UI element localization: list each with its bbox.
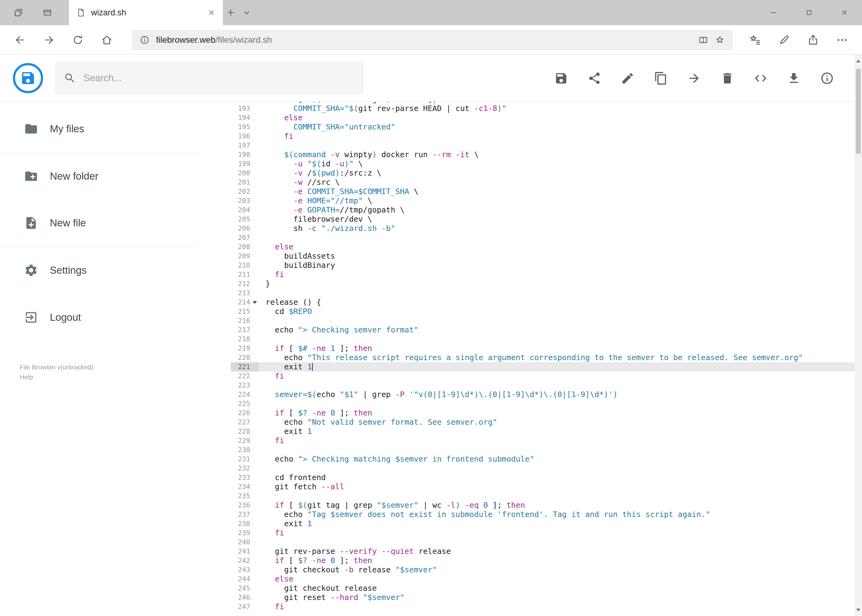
search-input[interactable] [84, 72, 355, 84]
code-line-198[interactable]: 198 $(command -v winpty) docker run --rm… [231, 150, 862, 159]
code-line-235[interactable]: 235 [231, 492, 862, 501]
help-link[interactable]: Help [20, 372, 33, 382]
code-line-213[interactable]: 213 [231, 289, 862, 298]
search-bar[interactable] [55, 62, 363, 94]
code-line-245[interactable]: 245 git checkout release [231, 584, 862, 593]
scroll-down-arrow[interactable] [855, 604, 862, 616]
code-line-226[interactable]: 226 if [ $? -ne 0 ]; then [231, 409, 862, 418]
code-line-218[interactable]: 218 [231, 335, 862, 344]
code-line-193[interactable]: 193 COMMIT_SHA="$(git rev-parse HEAD | c… [231, 104, 862, 113]
home-button[interactable] [92, 27, 121, 53]
set-tabs-aside-button[interactable] [11, 0, 27, 25]
address-bar[interactable]: filebrowser.web/files/wizard.sh [132, 30, 732, 50]
code-line-237[interactable]: 237 echo "Tag $semver does not exist in … [231, 510, 862, 519]
back-button[interactable] [6, 27, 35, 53]
code-line-205[interactable]: 205 filebrowser/dev \ [231, 215, 862, 224]
close-button[interactable] [827, 0, 862, 25]
more-button[interactable] [827, 27, 856, 53]
code-button[interactable] [744, 62, 777, 94]
code-line-238[interactable]: 238 exit 1 [231, 519, 862, 528]
code-line-243[interactable]: 243 git checkout -b release "$semver" [231, 565, 862, 575]
code-line-236[interactable]: 236 if [ $(git tag | grep "$semver" | wc… [231, 501, 862, 510]
code-line-203[interactable]: 203 -e HOME="//tmp" \ [231, 196, 862, 206]
code-line-241[interactable]: 241 git rev-parse --verify --quiet relea… [231, 547, 862, 556]
sidebar-item-my-files[interactable]: My files [0, 105, 199, 152]
save-button[interactable] [544, 62, 578, 94]
code-line-232[interactable]: 232 [231, 464, 862, 473]
code-line-195[interactable]: 195 COMMIT_SHA="untracked" [231, 123, 862, 132]
move-button[interactable] [678, 62, 711, 94]
code-line-216[interactable]: 216 [231, 316, 862, 325]
code-line-215[interactable]: 215 cd $REPO [231, 307, 862, 316]
filebrowser-logo[interactable] [13, 63, 43, 93]
delete-button[interactable] [711, 62, 744, 94]
tab-preview-button[interactable] [39, 0, 55, 25]
code-line-223[interactable]: 223 [231, 381, 862, 390]
code-line-240[interactable]: 240 [231, 537, 862, 547]
code-line-239[interactable]: 239 fi [231, 528, 862, 537]
sidebar-item-new-file[interactable]: New file [0, 200, 199, 247]
share-button[interactable] [578, 62, 611, 94]
code-line-229[interactable]: 229 fi [231, 436, 862, 445]
code-line-206[interactable]: 206 sh -c "./wizard.sh -b" [231, 224, 862, 233]
code-line-199[interactable]: 199 -u "$(id -u)" \ [231, 159, 862, 168]
code-line-200[interactable]: 200 -v /$(pwd):/src:z \ [231, 168, 862, 178]
code-line-246[interactable]: 246 git reset --hard "$semver" [231, 593, 862, 602]
code-line-211[interactable]: 211 fi [231, 270, 862, 279]
scrollbar-thumb[interactable] [856, 69, 861, 154]
code-line-214[interactable]: 214release () { [231, 298, 862, 307]
minimize-button[interactable] [756, 0, 791, 25]
code-line-194[interactable]: 194 else [231, 113, 862, 123]
code-line-212[interactable]: 212} [231, 279, 862, 289]
code-line-196[interactable]: 196 fi [231, 132, 862, 141]
code-line-210[interactable]: 210 buildBinary [231, 261, 862, 270]
code-line-221[interactable]: 221 exit 1 [231, 362, 862, 371]
code-line-201[interactable]: 201 -w //src \ [231, 178, 862, 187]
code-line-228[interactable]: 228 exit 1 [231, 427, 862, 436]
code-line-192[interactable]: 192 if [ "$(command -v git)" != "" ]; th… [231, 102, 862, 104]
tab-preview-toggle[interactable] [239, 0, 255, 25]
reading-view-icon[interactable] [698, 35, 708, 45]
code-line-208[interactable]: 208 else [231, 242, 862, 251]
sidebar-item-settings[interactable]: Settings [0, 247, 199, 294]
code-line-224[interactable]: 224 semver=$(echo "$1" | grep -P '^v(0|[… [231, 390, 862, 399]
active-tab[interactable]: wizard.sh [69, 0, 223, 25]
code-line-204[interactable]: 204 -e GOPATH=//tmp/gopath \ [231, 206, 862, 215]
sidebar-item-logout[interactable]: Logout [0, 294, 199, 341]
download-button[interactable] [777, 62, 810, 94]
maximize-button[interactable] [791, 0, 827, 25]
scroll-up-arrow[interactable] [855, 55, 862, 67]
code-line-197[interactable]: 197 [231, 141, 862, 150]
code-line-209[interactable]: 209 buildAssets [231, 251, 862, 261]
fold-arrow-icon[interactable] [253, 301, 257, 304]
code-line-230[interactable]: 230 [231, 445, 862, 454]
code-line-220[interactable]: 220 echo "This release script requires a… [231, 353, 862, 362]
code-line-219[interactable]: 219 if [ $# -ne 1 ]; then [231, 344, 862, 353]
new-tab-button[interactable] [223, 0, 239, 25]
web-note-button[interactable] [770, 27, 799, 53]
refresh-button[interactable] [63, 27, 92, 53]
code-line-242[interactable]: 242 if [ $? -ne 0 ]; then [231, 556, 862, 565]
hub-button[interactable] [741, 27, 770, 53]
code-line-247[interactable]: 247 fi [231, 602, 862, 611]
copy-button[interactable] [644, 62, 678, 94]
code-editor[interactable]: 192 if [ "$(command -v git)" != "" ]; th… [231, 102, 862, 616]
code-line-202[interactable]: 202 -e COMMIT_SHA=$COMMIT_SHA \ [231, 187, 862, 196]
code-line-244[interactable]: 244 else [231, 575, 862, 584]
code-line-231[interactable]: 231 echo "> Checking matching $semver in… [231, 454, 862, 464]
code-line-222[interactable]: 222 fi [231, 371, 862, 381]
code-line-207[interactable]: 207 [231, 233, 862, 242]
code-line-225[interactable]: 225 [231, 399, 862, 409]
info-button[interactable] [810, 62, 843, 94]
site-info-icon[interactable] [139, 35, 150, 45]
code-line-233[interactable]: 233 cd frontend [231, 473, 862, 482]
favorite-star-icon[interactable] [715, 35, 725, 45]
edit-button[interactable] [611, 62, 644, 94]
code-line-227[interactable]: 227 echo "Not valid semver format. See s… [231, 418, 862, 427]
page-scrollbar[interactable] [855, 55, 862, 616]
tab-close-icon[interactable] [207, 9, 216, 17]
code-line-234[interactable]: 234 git fetch --all [231, 482, 862, 492]
share-button[interactable] [799, 27, 827, 53]
sidebar-item-new-folder[interactable]: New folder [0, 152, 199, 200]
forward-button[interactable] [35, 27, 63, 53]
